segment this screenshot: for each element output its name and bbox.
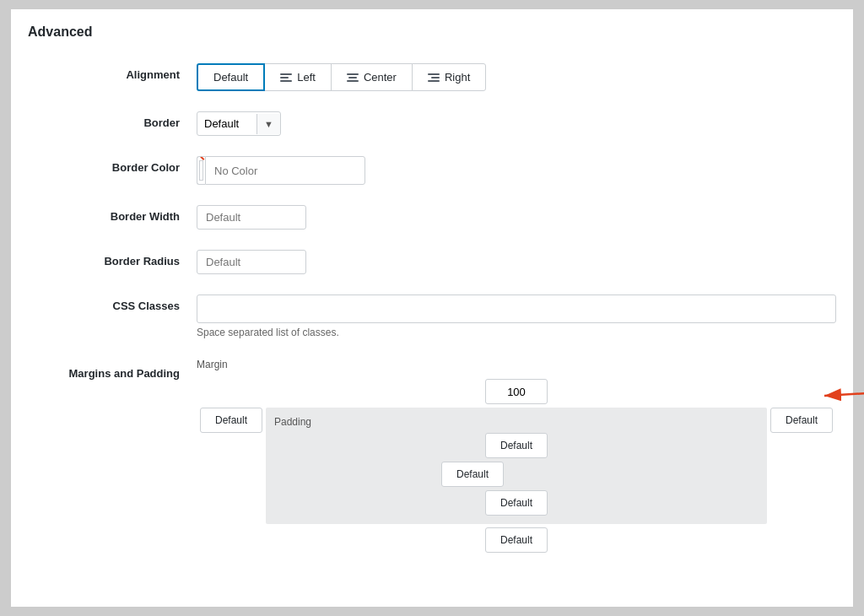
margin-top-row	[200, 379, 833, 404]
margin-top-input[interactable]	[485, 379, 548, 404]
align-btn-default[interactable]: Default	[197, 63, 265, 91]
margin-label: Margin	[197, 359, 836, 370]
border-select[interactable]: Default	[197, 112, 256, 135]
border-control: Default ▼	[197, 111, 836, 136]
align-right-icon	[428, 73, 440, 82]
align-btn-left[interactable]: Left	[264, 63, 332, 91]
border-color-row: Border Color	[28, 156, 836, 185]
align-center-icon	[347, 73, 359, 82]
align-btn-right[interactable]: Right	[412, 63, 486, 91]
border-radius-row: Border Radius px	[28, 250, 836, 274]
css-classes-hint: Space separated list of classes.	[197, 327, 836, 338]
margin-bottom-row: Default	[200, 527, 833, 553]
align-right-label: Right	[445, 71, 470, 84]
svg-line-1	[824, 390, 864, 396]
alignment-buttons: Default Left	[197, 63, 836, 91]
margins-padding-control: Margin	[197, 359, 836, 556]
align-default-label: Default	[213, 71, 248, 84]
color-text-input[interactable]	[205, 156, 365, 185]
border-width-row: Border Width px	[28, 205, 836, 230]
margin-left-btn[interactable]: Default	[200, 408, 262, 433]
padding-box: Padding Default Default Default Default	[266, 408, 767, 524]
color-swatch[interactable]	[197, 156, 205, 185]
margin-middle-row: Default Padding Default Default Default	[200, 408, 833, 524]
css-classes-input[interactable]	[197, 294, 836, 323]
align-center-label: Center	[364, 71, 397, 84]
padding-left-btn[interactable]: Default	[441, 462, 504, 487]
border-radius-input-wrap: px	[197, 250, 306, 274]
margins-padding-row: Margins and Padding Margin	[28, 359, 836, 556]
border-radius-input[interactable]	[197, 251, 306, 273]
align-btn-center[interactable]: Center	[331, 63, 413, 91]
border-color-control	[197, 156, 836, 185]
margins-padding-label: Margins and Padding	[28, 359, 197, 380]
border-select-wrapper[interactable]: Default ▼	[197, 111, 281, 136]
css-classes-row: CSS Classes Space separated list of clas…	[28, 294, 836, 338]
margin-right-btn[interactable]: Default	[770, 408, 833, 433]
border-width-control: px	[197, 205, 836, 230]
alignment-row: Alignment Default Left	[28, 63, 836, 91]
border-width-input-wrap: px	[197, 205, 306, 230]
panel-title: Advanced	[28, 24, 836, 40]
alignment-label: Alignment	[28, 63, 197, 81]
padding-top-row: Default	[274, 433, 759, 458]
padding-label: Padding	[274, 416, 759, 428]
no-color-icon	[197, 159, 205, 182]
border-dropdown-arrow[interactable]: ▼	[256, 114, 280, 134]
alignment-control: Default Left	[197, 63, 836, 91]
border-radius-control: px	[197, 250, 836, 274]
margin-bottom-btn[interactable]: Default	[485, 527, 548, 553]
border-label: Border	[28, 111, 197, 129]
padding-top-btn[interactable]: Default	[485, 433, 548, 458]
align-left-label: Left	[297, 71, 316, 84]
border-color-field	[197, 156, 365, 185]
css-classes-label: CSS Classes	[28, 294, 197, 312]
border-width-input[interactable]	[197, 206, 306, 229]
border-radius-label: Border Radius	[28, 250, 197, 267]
css-classes-control: Space separated list of classes.	[197, 294, 836, 338]
align-left-icon	[280, 73, 292, 82]
advanced-panel: Advanced Alignment Default Left	[10, 8, 854, 608]
border-row: Border Default ▼	[28, 111, 836, 136]
padding-bottom-btn[interactable]: Default	[485, 490, 548, 516]
border-color-label: Border Color	[28, 156, 197, 174]
border-width-label: Border Width	[28, 205, 197, 223]
padding-middle-row: Default Default	[274, 462, 759, 487]
padding-bottom-row: Default	[274, 490, 759, 516]
